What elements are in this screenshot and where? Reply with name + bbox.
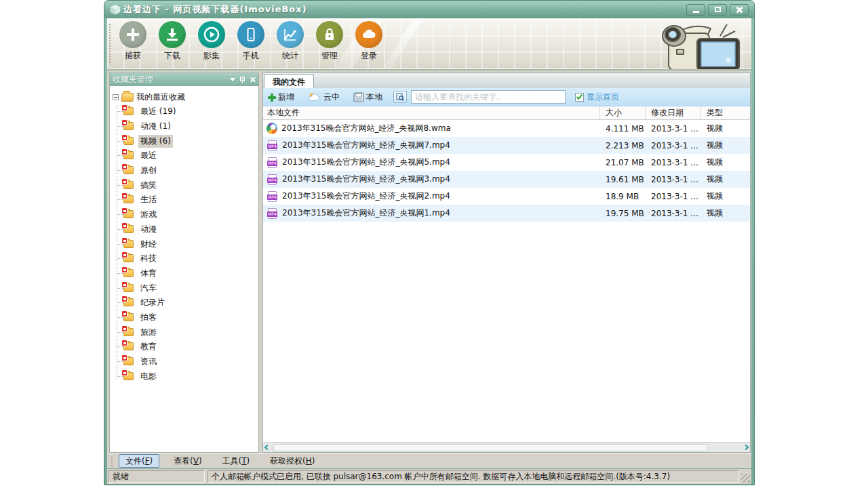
search-input[interactable] xyxy=(411,90,566,104)
chevron-down-icon[interactable] xyxy=(230,78,235,81)
tree-item[interactable]: 体育 xyxy=(110,266,258,281)
toolbar-button-login[interactable]: 登录 xyxy=(353,21,385,62)
app-window: 边看边下 - 网页视频下载器(ImovieBox) 捕获 下载 影集 xyxy=(104,0,755,485)
file-size: 2.213 MB xyxy=(600,141,646,150)
toolbar-button-stats[interactable]: 统计 xyxy=(274,21,307,62)
tree-item[interactable]: 资讯 xyxy=(110,354,258,369)
tree-item[interactable]: 搞笑 xyxy=(110,178,258,192)
column-header-type[interactable]: 类型 xyxy=(701,106,750,119)
show-home-checkbox[interactable]: 显示首页 xyxy=(575,92,619,103)
search-options-button[interactable] xyxy=(393,91,407,103)
column-header-modified[interactable]: 修改日期 xyxy=(646,106,701,119)
tree-item[interactable]: 动漫 (1) xyxy=(110,119,258,134)
titlebar[interactable]: 边看边下 - 网页视频下载器(ImovieBox) xyxy=(104,1,754,18)
toolbar-label: 手机 xyxy=(243,50,259,62)
folder-badge-icon xyxy=(121,237,127,244)
horizontal-scrollbar[interactable] xyxy=(263,442,750,452)
tree-item[interactable]: 旅游 xyxy=(110,325,258,340)
toolbar-button-phone[interactable]: 手机 xyxy=(235,21,267,62)
tree-item-label: 电影 xyxy=(138,370,159,383)
table-row[interactable]: MP4 2013年315晚会官方网站_经济_央视网7.mp4 2.213 MB … xyxy=(263,137,750,154)
menu-item-f[interactable]: 文件(F) xyxy=(119,454,159,468)
menu-item-v[interactable]: 查看(V) xyxy=(167,455,208,467)
menu-item-h[interactable]: 获取授权(H) xyxy=(264,455,321,467)
toolbar-gripper[interactable] xyxy=(109,24,111,63)
favorites-sidebar: 收藏夹管理 我的最近收藏 最近 (19) xyxy=(109,73,259,453)
minimize-button[interactable] xyxy=(686,4,705,16)
tree-item-label: 教育 xyxy=(138,340,159,353)
file-type: 视频 xyxy=(701,140,750,151)
folder-icon xyxy=(123,284,135,293)
file-date: 2013-3-1 ... xyxy=(646,158,701,167)
resize-grip[interactable] xyxy=(741,474,750,483)
toolbar-button-album[interactable]: 影集 xyxy=(195,21,228,62)
table-header: 本地文件 大小 修改日期 类型 xyxy=(263,106,750,120)
show-home-label: 显示首页 xyxy=(587,92,619,103)
table-row[interactable]: MP4 2013年315晚会官方网站_经济_央视网5.mp4 21.07 MB … xyxy=(263,154,750,171)
column-header-size[interactable]: 大小 xyxy=(600,106,646,119)
add-icon xyxy=(267,93,276,102)
tree-item[interactable]: 科技 xyxy=(110,251,258,266)
folder-badge-icon xyxy=(121,192,127,199)
status-ready: 就绪 xyxy=(108,470,205,483)
file-name: 2013年315晚会官方网站_经济_央视网2.mp4 xyxy=(282,190,450,202)
folder-badge-icon xyxy=(121,310,127,317)
tree-item-label: 财经 xyxy=(138,238,159,251)
table-row[interactable]: 2013年315晚会官方网站_经济_央视网8.wma 4.111 MB 2013… xyxy=(263,120,750,137)
table-row[interactable]: MP4 2013年315晚会官方网站_经济_央视网3.mp4 19.61 MB … xyxy=(263,171,750,188)
tree-item[interactable]: 游戏 xyxy=(110,207,258,222)
tree-item[interactable]: 教育 xyxy=(110,340,258,354)
tab-my-files[interactable]: 我的文件 xyxy=(264,74,314,88)
tree-item[interactable]: 最近 (19) xyxy=(110,104,258,119)
table-row[interactable]: MP4 2013年315晚会官方网站_经济_央视网2.mp4 18.9 MB 2… xyxy=(263,188,750,205)
tree-connector xyxy=(117,273,123,274)
close-button[interactable] xyxy=(730,4,749,16)
collapse-icon[interactable] xyxy=(113,94,119,100)
scrollbar-thumb[interactable] xyxy=(273,444,707,451)
tree-item[interactable]: 动漫 xyxy=(110,222,258,237)
file-list: 2013年315晚会官方网站_经济_央视网8.wma 4.111 MB 2013… xyxy=(263,120,750,222)
folder-badge-icon xyxy=(121,222,127,229)
column-header-local-file[interactable]: 本地文件 xyxy=(263,106,600,119)
tree-item[interactable]: 拍客 xyxy=(110,310,258,325)
folder-icon xyxy=(123,313,135,322)
cloud-button[interactable]: 云中 xyxy=(308,92,340,103)
toolbar-button-download[interactable]: 下载 xyxy=(156,21,189,62)
local-button[interactable]: 本地 xyxy=(353,92,382,103)
app-cube-icon xyxy=(110,4,121,15)
tree-item[interactable]: 电影 xyxy=(110,369,258,384)
toolbar-label: 登录 xyxy=(361,50,377,62)
tree-connector xyxy=(117,185,123,186)
play-icon xyxy=(203,26,220,43)
toolbar-button-manage[interactable]: 管理 xyxy=(313,21,346,62)
camcorder-illustration xyxy=(658,20,743,70)
folder-icon xyxy=(123,166,135,175)
tree-item[interactable]: 汽车 xyxy=(110,281,258,296)
tree-item[interactable]: 生活 xyxy=(110,192,258,207)
scroll-right-icon[interactable] xyxy=(743,445,749,450)
tree-item[interactable]: 视频 (6) xyxy=(110,134,258,148)
tree-item[interactable]: 最近 xyxy=(110,148,258,163)
toolbar-button-capture[interactable]: 捕获 xyxy=(117,21,149,62)
pin-icon[interactable] xyxy=(240,77,245,83)
tree-root-item[interactable]: 我的最近收藏 xyxy=(110,89,258,104)
tree-item[interactable]: 原创 xyxy=(110,163,258,178)
menu-item-t[interactable]: 工具(T) xyxy=(216,455,256,467)
folder-badge-icon xyxy=(121,325,127,332)
tree-connector xyxy=(117,229,123,230)
folder-icon xyxy=(123,195,135,204)
tree-root-label: 我的最近收藏 xyxy=(136,92,185,103)
tree-item-label: 旅游 xyxy=(138,326,159,339)
scroll-left-icon[interactable] xyxy=(264,445,270,450)
folder-badge-icon xyxy=(121,251,127,258)
tree-item[interactable]: 纪录片 xyxy=(110,296,258,310)
maximize-button[interactable] xyxy=(708,4,727,16)
tree-item[interactable]: 财经 xyxy=(110,237,258,251)
table-row[interactable]: MP4 2013年315晚会官方网站_经济_央视网1.mp4 19.75 MB … xyxy=(263,205,750,222)
download-icon xyxy=(165,27,180,42)
sidebar-close-icon[interactable] xyxy=(250,77,256,83)
tabstrip: 我的文件 xyxy=(263,73,750,88)
tree-item-label: 游戏 xyxy=(138,208,159,221)
menubar-gripper[interactable] xyxy=(111,457,113,466)
add-button[interactable]: 新增 xyxy=(267,92,294,103)
